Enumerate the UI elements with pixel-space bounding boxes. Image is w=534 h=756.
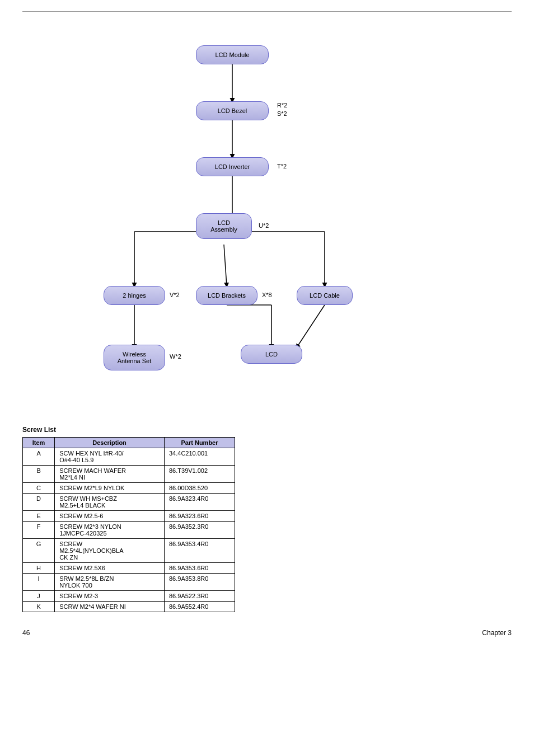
table-cell-description: SCREW M2-3 bbox=[55, 591, 165, 602]
table-cell-item: J bbox=[23, 591, 55, 602]
table-row: BSCREW MACH WAFER M2*L4 NI86.T39V1.002 bbox=[23, 466, 235, 483]
node-lcd-assembly: LCD Assembly bbox=[196, 213, 252, 239]
table-cell-description: SCREW M2.5-6 bbox=[55, 511, 165, 522]
node-lcd-cable: LCD Cable bbox=[297, 286, 353, 305]
table-row: ESCREW M2.5-686.9A323.6R0 bbox=[23, 511, 235, 522]
table-cell-description: SCW HEX NYL I#R-40/ O#4-40 L5.9 bbox=[55, 448, 165, 466]
table-cell-part: 86.9A353.4R0 bbox=[165, 539, 235, 563]
table-cell-description: SCREW M2.5X6 bbox=[55, 563, 165, 574]
label-v: V*2 bbox=[170, 292, 180, 298]
screw-table: Item Description Part Number ASCW HEX NY… bbox=[22, 437, 235, 612]
table-cell-part: 86.9A323.6R0 bbox=[165, 511, 235, 522]
col-header-item: Item bbox=[23, 438, 55, 448]
svg-line-11 bbox=[297, 305, 325, 348]
table-row: DSCRW WH MS+CBZ M2.5+L4 BLACK86.9A323.4R… bbox=[23, 494, 235, 511]
table-cell-item: C bbox=[23, 483, 55, 494]
table-cell-part: 86.9A353.6R0 bbox=[165, 563, 235, 574]
screw-section: Screw List Item Description Part Number … bbox=[22, 426, 512, 612]
table-cell-description: SCREW MACH WAFER M2*L4 NI bbox=[55, 466, 165, 483]
table-cell-item: F bbox=[23, 522, 55, 539]
node-2-hinges: 2 hinges bbox=[104, 286, 165, 305]
table-cell-item: K bbox=[23, 602, 55, 612]
col-header-description: Description bbox=[55, 438, 165, 448]
node-lcd-brackets: LCD Brackets bbox=[196, 286, 257, 305]
table-cell-item: D bbox=[23, 494, 55, 511]
table-row: JSCREW M2-386.9A522.3R0 bbox=[23, 591, 235, 602]
label-t: T*2 bbox=[277, 163, 287, 170]
node-lcd-module: LCD Module bbox=[196, 45, 269, 64]
table-row: FSCREW M2*3 NYLON 1JMCPC-42032586.9A352.… bbox=[23, 522, 235, 539]
table-cell-item: A bbox=[23, 448, 55, 466]
diagram-container: LCD Module LCD Bezel R*2 S*2 LCD Inverte… bbox=[22, 29, 512, 409]
table-cell-description: SCRW WH MS+CBZ M2.5+L4 BLACK bbox=[55, 494, 165, 511]
table-cell-description: SCRW M2*4 WAFER NI bbox=[55, 602, 165, 612]
table-row: ISRW M2.5*8L B/ZN NYLOK 70086.9A353.8R0 bbox=[23, 574, 235, 591]
table-cell-part: 86.9A323.4R0 bbox=[165, 494, 235, 511]
footer-page-number: 46 bbox=[22, 629, 30, 637]
label-w: W*2 bbox=[170, 353, 181, 360]
table-cell-item: H bbox=[23, 563, 55, 574]
node-lcd-bezel: LCD Bezel bbox=[196, 101, 269, 120]
table-cell-part: 86.9A353.8R0 bbox=[165, 574, 235, 591]
top-border bbox=[22, 11, 512, 12]
footer: 46 Chapter 3 bbox=[22, 629, 512, 637]
screw-list-title: Screw List bbox=[22, 426, 512, 434]
table-cell-part: 86.9A522.3R0 bbox=[165, 591, 235, 602]
node-lcd-inverter: LCD Inverter bbox=[196, 157, 269, 176]
col-header-part: Part Number bbox=[165, 438, 235, 448]
footer-chapter: Chapter 3 bbox=[482, 629, 512, 637]
label-rs: R*2 S*2 bbox=[277, 101, 287, 119]
label-x: X*8 bbox=[262, 292, 272, 298]
table-cell-part: 86.9A352.3R0 bbox=[165, 522, 235, 539]
table-cell-description: SRW M2.5*8L B/ZN NYLOK 700 bbox=[55, 574, 165, 591]
node-lcd: LCD bbox=[241, 345, 302, 364]
table-cell-part: 86.9A552.4R0 bbox=[165, 602, 235, 612]
svg-line-5 bbox=[224, 245, 227, 286]
label-u: U*2 bbox=[259, 222, 269, 229]
table-cell-description: SCREW M2*L9 NYLOK bbox=[55, 483, 165, 494]
table-cell-item: B bbox=[23, 466, 55, 483]
table-cell-description: SCREW M2.5*4L(NYLOCK)BLA CK ZN bbox=[55, 539, 165, 563]
table-row: GSCREW M2.5*4L(NYLOCK)BLA CK ZN86.9A353.… bbox=[23, 539, 235, 563]
table-cell-part: 86.T39V1.002 bbox=[165, 466, 235, 483]
table-row: CSCREW M2*L9 NYLOK86.00D38.520 bbox=[23, 483, 235, 494]
table-cell-description: SCREW M2*3 NYLON 1JMCPC-420325 bbox=[55, 522, 165, 539]
table-cell-item: I bbox=[23, 574, 55, 591]
table-row: HSCREW M2.5X686.9A353.6R0 bbox=[23, 563, 235, 574]
table-cell-item: E bbox=[23, 511, 55, 522]
table-row: ASCW HEX NYL I#R-40/ O#4-40 L5.934.4C210… bbox=[23, 448, 235, 466]
table-row: KSCRW M2*4 WAFER NI86.9A552.4R0 bbox=[23, 602, 235, 612]
table-cell-part: 34.4C210.001 bbox=[165, 448, 235, 466]
table-cell-item: G bbox=[23, 539, 55, 563]
node-wireless-antenna: Wireless Antenna Set bbox=[104, 345, 165, 370]
table-cell-part: 86.00D38.520 bbox=[165, 483, 235, 494]
